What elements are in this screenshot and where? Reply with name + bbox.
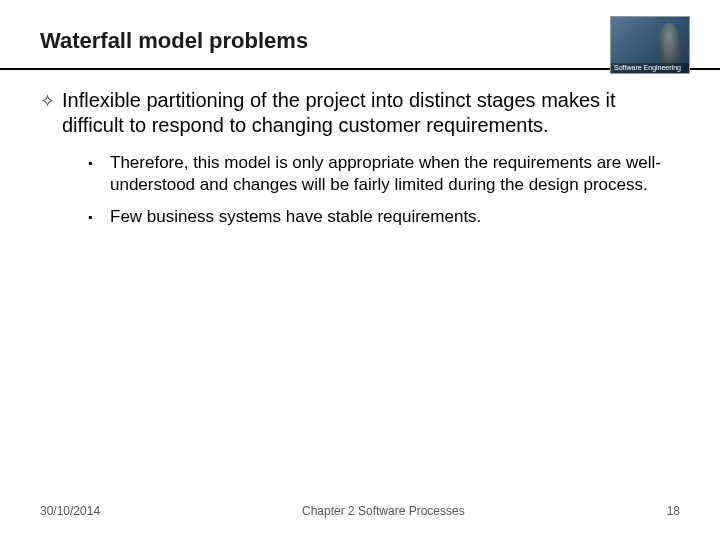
sub-bullet-list: ▪ Therefore, this model is only appropri… [88,152,680,228]
bullet-level-1: ✧ Inflexible partitioning of the project… [40,88,680,138]
slide-header: Waterfall model problems Software Engine… [0,0,720,62]
book-cover-image: Software Engineering [610,16,690,74]
book-cover-label: Software Engineering [611,63,689,73]
slide-footer: 30/10/2014 Chapter 2 Software Processes … [0,504,720,518]
slide-body: ✧ Inflexible partitioning of the project… [0,70,720,228]
diamond-bullet-icon: ✧ [40,88,62,113]
footer-chapter: Chapter 2 Software Processes [100,504,667,518]
slide-title: Waterfall model problems [40,28,680,54]
bullet-text: Few business systems have stable require… [110,206,680,228]
footer-page-number: 18 [667,504,680,518]
bullet-level-2: ▪ Therefore, this model is only appropri… [88,152,680,196]
square-bullet-icon: ▪ [88,206,110,226]
slide: Waterfall model problems Software Engine… [0,0,720,540]
footer-date: 30/10/2014 [40,504,100,518]
bullet-text: Inflexible partitioning of the project i… [62,88,680,138]
building-graphic [657,23,681,67]
bullet-text: Therefore, this model is only appropriat… [110,152,680,196]
bullet-level-2: ▪ Few business systems have stable requi… [88,206,680,228]
square-bullet-icon: ▪ [88,152,110,172]
